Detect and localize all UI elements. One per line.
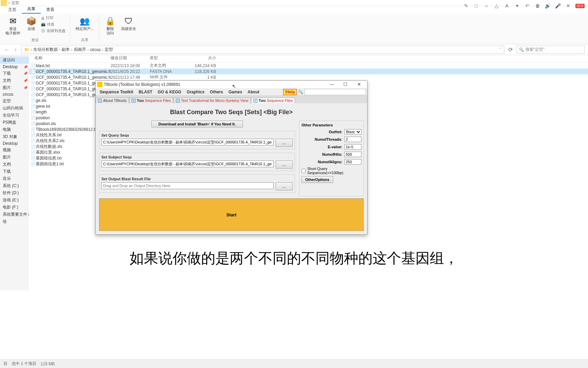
menu-gokegg[interactable]: GO & KEGG: [155, 89, 184, 95]
outfmt-select[interactable]: Blast...: [344, 129, 361, 135]
sidebar-item[interactable]: 电影 (F:): [0, 204, 29, 211]
menu-graphics[interactable]: Graphics: [184, 89, 207, 95]
help-button[interactable]: !Help: [283, 89, 297, 95]
sidebar-item[interactable]: 下载📌: [0, 70, 29, 77]
sidebar-item[interactable]: 文档📌: [0, 77, 29, 84]
mic-icon[interactable]: 🎤: [555, 3, 561, 9]
breadcrumb-p1[interactable]: 生信分析数据 - 副本: [33, 47, 70, 52]
nav-up[interactable]: ↑: [12, 47, 19, 52]
aligns-input[interactable]: [344, 159, 361, 165]
subject-input[interactable]: [101, 160, 274, 167]
chevron-down-icon[interactable]: ˅: [499, 47, 501, 52]
close-button[interactable]: ✕: [352, 81, 366, 88]
tab-twoseq1[interactable]: x Two Sequence Files: [129, 97, 173, 103]
sidebar-item[interactable]: Desktop: [0, 140, 29, 147]
menu-seqtoolkit[interactable]: Sequence Toolkit: [97, 89, 136, 95]
sidebar-item[interactable]: 系统 (C:): [0, 182, 29, 189]
query-input[interactable]: [101, 139, 274, 145]
ribbon-btn-email[interactable]: ✉ 发送 电子邮件: [3, 15, 22, 36]
ribbon-fax[interactable]: 📠传真: [40, 21, 66, 27]
sidebar-item[interactable]: 图片📌: [0, 84, 29, 91]
sidebar-item[interactable]: 软件 (D:): [0, 189, 29, 197]
breadcrumb-p2[interactable]: 拟南芥: [74, 47, 86, 52]
sidebar-item[interactable]: 3D 对象: [0, 133, 29, 140]
menu-others[interactable]: Others: [207, 89, 226, 95]
tbtools-titlebar[interactable]: TBtools (Toolbox for Biologists) v1.0986…: [96, 81, 367, 88]
ribbon-tab-home[interactable]: 主页: [3, 6, 22, 14]
evalue-input[interactable]: [344, 144, 361, 150]
tab-close-icon[interactable]: x: [176, 99, 180, 103]
output-input[interactable]: [101, 182, 274, 189]
breadcrumb[interactable]: 📁 › 生信分析数据 - 副本 › 拟南芥 › circos › 定型 ˅: [21, 46, 504, 54]
ribbon-print[interactable]: 🖨打印: [40, 15, 66, 21]
header-size[interactable]: 大小: [182, 55, 219, 62]
query-browse-button[interactable]: ....: [276, 139, 293, 147]
tab-close-icon[interactable]: x: [132, 99, 135, 103]
text-icon[interactable]: A: [504, 3, 510, 9]
square-icon[interactable]: □: [473, 3, 479, 9]
header-date[interactable]: 修改日期: [111, 55, 150, 62]
close-x-icon[interactable]: ✕: [565, 3, 571, 9]
tab-close-icon[interactable]: x: [254, 99, 257, 103]
ribbon-btn-delete-access[interactable]: 🔒 删除 访问: [103, 15, 118, 36]
ribbon-tab-share[interactable]: 共享: [22, 5, 41, 14]
sidebar-item[interactable]: 生信学习: [0, 112, 29, 119]
tab-synteny[interactable]: x Text Transformat for Micro-Synteny Vie…: [174, 97, 251, 103]
file-row[interactable]: 📄 GCF_000001735.4_TAIR10.1_genomic.fna 2…: [29, 68, 588, 74]
sidebar-item[interactable]: 图片: [0, 154, 29, 161]
sidebar-item[interactable]: 系统重要文件 (G:): [0, 211, 29, 218]
minimize-button[interactable]: —: [325, 81, 339, 88]
sidebar-item[interactable]: 游戏 (E:): [0, 197, 29, 204]
breadcrumb-p3[interactable]: circos: [90, 47, 101, 52]
nav-back[interactable]: ←: [3, 47, 10, 52]
ribbon-btn-users[interactable]: 👥 特定用户...: [74, 15, 96, 32]
search-input[interactable]: 🔍 搜索"定型": [517, 46, 585, 54]
menu-about[interactable]: About: [245, 89, 262, 95]
undo-icon[interactable]: ↶: [524, 3, 530, 9]
search-icon[interactable]: 🔍: [298, 90, 303, 94]
sidebar-item[interactable]: 络: [0, 218, 29, 225]
menu-blast[interactable]: BLAST: [136, 89, 155, 95]
ribbon-btn-compress[interactable]: 📦 压缩: [24, 15, 39, 32]
triangle-icon[interactable]: △: [494, 3, 500, 9]
subject-browse-button[interactable]: ....: [276, 160, 293, 169]
speaker-icon[interactable]: 🔊: [545, 3, 551, 9]
wand-icon[interactable]: ✦: [514, 3, 520, 9]
tab-about[interactable]: x About TBtools: [96, 97, 129, 103]
header-name[interactable]: 名称: [29, 55, 111, 62]
threads-input[interactable]: [344, 137, 361, 142]
file-row[interactable]: 📄 blast.txt 2022/1/13 18:00 文本文档 146,234…: [29, 63, 588, 68]
trash-icon[interactable]: 🗑: [535, 3, 541, 9]
sidebar-item[interactable]: Desktop📌: [0, 64, 29, 70]
otheroptions-button[interactable]: OtherOptions: [301, 176, 333, 183]
maximize-button[interactable]: ☐: [339, 81, 352, 88]
sidebar-item[interactable]: 音乐: [0, 175, 29, 182]
sidebar-item[interactable]: circos: [0, 91, 29, 97]
sidebar-item[interactable]: PS网盘: [0, 119, 29, 126]
tab-twoseq2[interactable]: x Two Sequence Files: [251, 97, 295, 103]
edit-icon[interactable]: ✎: [463, 3, 469, 9]
refresh-button[interactable]: ⟳: [506, 46, 514, 53]
header-type[interactable]: 类型: [150, 55, 182, 62]
output-browse-button[interactable]: ....: [276, 182, 293, 190]
ribbon-burn[interactable]: 💿刻录到光盘: [40, 28, 66, 34]
sidebar-item[interactable]: 电脑: [0, 126, 29, 133]
sidebar-item[interactable]: 视频: [0, 147, 29, 154]
sidebar-item[interactable]: 山药白粉病: [0, 105, 29, 112]
hits-input[interactable]: [344, 152, 361, 157]
ribbon-tab-view[interactable]: 查看: [41, 6, 60, 14]
breadcrumb-p4[interactable]: 定型: [105, 47, 113, 52]
sidebar-item[interactable]: 速访问: [0, 57, 29, 64]
start-button[interactable]: Start: [99, 198, 364, 231]
sidebar-item[interactable]: 定型: [0, 97, 29, 105]
sidebar-item[interactable]: 下载: [0, 168, 29, 175]
menu-games[interactable]: Games: [226, 89, 245, 95]
tbtools-search-input[interactable]: [305, 89, 366, 95]
sidebar-item[interactable]: 文档: [0, 161, 29, 168]
tab-close-icon[interactable]: x: [98, 99, 102, 103]
record-badge[interactable]: 00:0: [575, 4, 585, 8]
circle-icon[interactable]: ○: [484, 3, 490, 9]
download-blast-button[interactable]: Download and Install 'Blast+' if You Nee…: [151, 121, 243, 127]
shortquery-checkbox[interactable]: [301, 169, 306, 173]
file-row[interactable]: 📄 GCF_000001735.4_TAIR10.1_genomic.fna.T…: [29, 74, 588, 80]
